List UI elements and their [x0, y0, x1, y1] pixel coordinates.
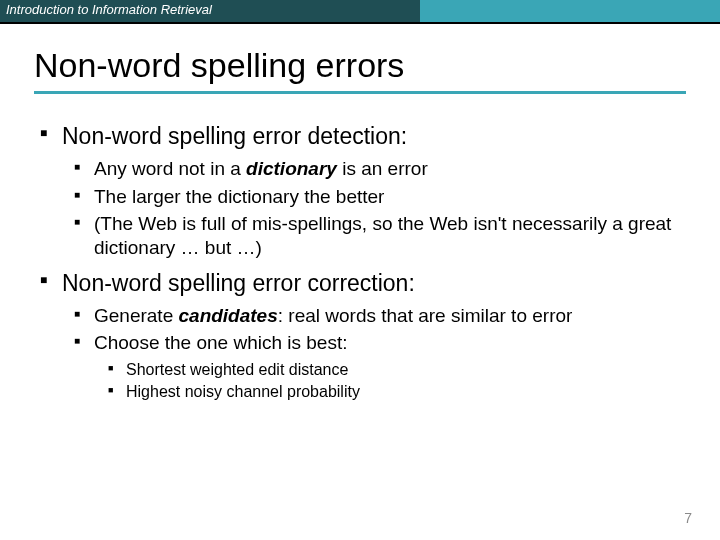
slide: Introduction to Information Retrieval No…: [0, 0, 720, 540]
slide-title: Non-word spelling errors: [34, 46, 686, 85]
bullet-text: Non-word spelling error detection:: [62, 123, 407, 149]
text-fragment: Choose the one which is best:: [94, 332, 348, 353]
list-item: The larger the dictionary the better: [74, 185, 680, 209]
title-area: Non-word spelling errors: [0, 24, 720, 104]
course-title: Introduction to Information Retrieval: [0, 0, 420, 22]
bullet-detection: Non-word spelling error detection: Any w…: [40, 122, 680, 261]
text-fragment: Any word not in a: [94, 158, 246, 179]
bullet-list: Non-word spelling error detection: Any w…: [40, 122, 680, 403]
list-item: Highest noisy channel probability: [108, 382, 680, 402]
emphasis-dictionary: dictionary: [246, 158, 337, 179]
sub-list: Generate candidates: real words that are…: [74, 304, 680, 403]
list-item: Generate candidates: real words that are…: [74, 304, 680, 328]
text-fragment: : real words that are similar to error: [278, 305, 573, 326]
sub-list: Any word not in a dictionary is an error…: [74, 157, 680, 260]
bullet-text: Non-word spelling error correction:: [62, 270, 415, 296]
slide-body: Non-word spelling error detection: Any w…: [0, 104, 720, 403]
text-fragment: Generate: [94, 305, 179, 326]
page-number: 7: [684, 510, 692, 526]
list-item: Any word not in a dictionary is an error: [74, 157, 680, 181]
list-item: (The Web is full of mis-spellings, so th…: [74, 212, 680, 261]
emphasis-candidates: candidates: [179, 305, 278, 326]
text-fragment: is an error: [337, 158, 428, 179]
header-bar: Introduction to Information Retrieval: [0, 0, 720, 22]
bullet-correction: Non-word spelling error correction: Gene…: [40, 269, 680, 403]
sub-sub-list: Shortest weighted edit distance Highest …: [108, 360, 680, 403]
title-underline: [34, 91, 686, 94]
list-item: Choose the one which is best: Shortest w…: [74, 331, 680, 402]
header-accent: [420, 0, 720, 22]
list-item: Shortest weighted edit distance: [108, 360, 680, 380]
